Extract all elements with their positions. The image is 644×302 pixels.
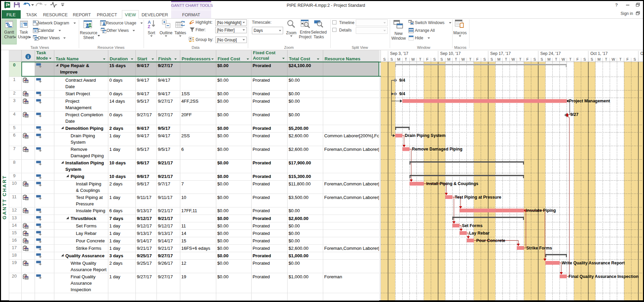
svg-text:F: F <box>476 57 479 61</box>
svg-text:S: S <box>534 57 536 61</box>
svg-text:M: M <box>497 57 500 61</box>
svg-text:Oct 1, '17: Oct 1, '17 <box>590 51 608 56</box>
svg-text:M: M <box>447 57 450 61</box>
svg-text:S: S <box>591 57 593 61</box>
svg-text:Write Quality Assurance Report: Write Quality Assurance Report <box>562 260 625 265</box>
svg-text:P: P <box>6 3 8 7</box>
svg-text:F: F <box>426 57 429 61</box>
svg-text:Pour Concrete: Pour Concrete <box>476 238 505 243</box>
svg-text:Test Piping at Pressure: Test Piping at Pressure <box>455 195 501 199</box>
svg-text:Remove Damaged Piping: Remove Damaged Piping <box>412 147 463 152</box>
svg-text:S: S <box>441 57 443 61</box>
svg-text:T: T <box>469 57 472 61</box>
svg-text:9/27: 9/27 <box>570 112 578 117</box>
svg-text:Final Quality Assurance Inspec: Final Quality Assurance Inspection <box>569 274 639 279</box>
svg-text:T: T <box>569 57 572 61</box>
svg-text:S: S <box>633 57 636 61</box>
svg-text:S: S <box>541 57 543 61</box>
svg-text:Oct 8, '17: Oct 8, '17 <box>641 51 643 56</box>
svg-text:Sep 3, '17: Sep 3, '17 <box>390 51 408 56</box>
svg-text:Z: Z <box>148 24 150 29</box>
svg-text:T: T <box>405 57 407 61</box>
svg-text:F: F <box>527 57 529 61</box>
svg-text:Set Forms: Set Forms <box>462 223 483 228</box>
svg-text:T: T <box>455 57 457 61</box>
svg-text:M: M <box>597 57 601 61</box>
svg-text:Sep 24, '17: Sep 24, '17 <box>540 51 561 56</box>
svg-text:Sep 10, '17: Sep 10, '17 <box>440 51 461 56</box>
svg-text:9/4: 9/4 <box>399 78 405 83</box>
svg-text:Project Management: Project Management <box>569 99 610 103</box>
svg-text:Strike Forms: Strike Forms <box>527 245 552 250</box>
svg-text:S: S <box>383 57 386 61</box>
svg-text:M: M <box>548 57 551 61</box>
svg-text:S: S <box>390 57 393 61</box>
svg-text:W: W <box>612 57 615 61</box>
svg-text:F: F <box>627 57 629 61</box>
svg-text:T: T <box>505 57 508 61</box>
svg-text:T: T <box>555 57 557 61</box>
svg-text:S: S <box>434 57 436 61</box>
svg-text:T: T <box>605 57 607 61</box>
svg-text:S: S <box>491 57 493 61</box>
svg-text:F: F <box>576 57 579 61</box>
svg-text:T: T <box>620 57 622 61</box>
svg-text:W: W <box>512 57 515 61</box>
svg-text:Drain Piping System: Drain Piping System <box>405 133 446 138</box>
svg-text:S: S <box>584 57 586 61</box>
svg-text:S: S <box>483 57 486 61</box>
svg-text:W: W <box>562 57 565 61</box>
svg-text:M: M <box>397 57 400 61</box>
svg-text:9/4: 9/4 <box>399 92 405 96</box>
svg-text:Insulate Piping: Insulate Piping <box>526 208 556 213</box>
svg-text:Sep 17, '17: Sep 17, '17 <box>490 51 511 56</box>
svg-text:Install Piping & Couplings: Install Piping & Couplings <box>426 181 479 186</box>
svg-text:W: W <box>411 57 415 61</box>
svg-text:T: T <box>519 57 522 61</box>
svg-text:Lay Rebar: Lay Rebar <box>469 230 490 235</box>
svg-text:T: T <box>419 57 422 61</box>
svg-text:W: W <box>461 57 465 61</box>
